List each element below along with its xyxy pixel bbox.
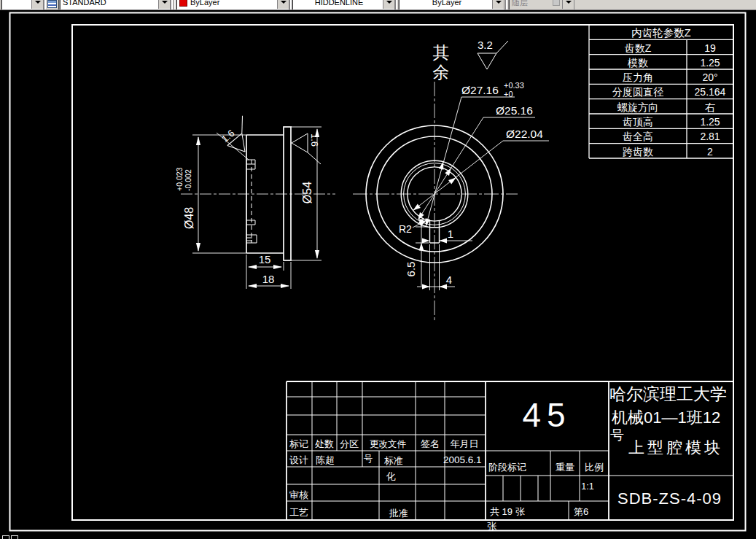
tb-row-process: 工艺 bbox=[289, 507, 308, 518]
gear-parameter-table: 内齿轮参数Z 齿数Z 19 模数 1.25 压力角 20° 分度圆直径 25.1… bbox=[589, 25, 733, 158]
roughness-flange-value: 1.6 bbox=[309, 133, 320, 147]
tb-col-change-file: 更改文件 bbox=[370, 439, 407, 449]
param-row-label: 分度圆直径 bbox=[612, 86, 663, 98]
toolbar-separator bbox=[505, 0, 507, 9]
dim-shaft-tol-upper: +0.023 bbox=[175, 167, 184, 191]
tb-material: 45 bbox=[522, 396, 571, 434]
tb-weight-label: 重量 bbox=[556, 462, 574, 473]
tb-sheets-total: 共 19 张 bbox=[490, 506, 526, 517]
tb-std-line1: 标准 bbox=[384, 455, 403, 466]
param-row-label: 齿数Z bbox=[625, 42, 652, 54]
dimstyle-combo[interactable] bbox=[1, 0, 44, 10]
param-row-label: 齿顶高 bbox=[623, 116, 653, 128]
dim-key-width-text: 4 bbox=[446, 274, 452, 286]
dim-bore-tol-upper: +0.33 bbox=[504, 81, 524, 90]
tb-designer: 陈超 bbox=[316, 454, 335, 465]
dim-key-offset-text: 1 bbox=[448, 228, 453, 240]
tb-col-count: 处数 bbox=[315, 438, 334, 449]
dropdown-arrow-icon[interactable] bbox=[562, 0, 574, 9]
dim-key-depth-text: 6.5 bbox=[405, 262, 417, 277]
drawing-canvas[interactable]: 内齿轮参数Z 齿数Z 19 模数 1.25 压力角 20° 分度圆直径 25.1… bbox=[0, 0, 756, 539]
dim-pitch-text: Ø25.16 bbox=[496, 104, 533, 117]
param-row-label: 压力角 bbox=[623, 71, 653, 83]
dropdown-arrow-icon[interactable] bbox=[383, 0, 394, 9]
textstyle-combo[interactable]: STANDARD bbox=[59, 0, 171, 10]
tb-part-name: 上型腔模块 bbox=[628, 438, 723, 457]
layers-icon bbox=[47, 0, 57, 8]
lineweight-combo-value: ByLayer bbox=[399, 0, 492, 7]
dim-width-inner-text: 15 bbox=[259, 253, 271, 265]
toolbar-separator bbox=[395, 0, 397, 9]
layers-button[interactable] bbox=[45, 0, 59, 10]
dropdown-arrow-icon[interactable] bbox=[31, 0, 43, 9]
dim-bore-tol-lower: +0 bbox=[504, 90, 513, 98]
tb-school-line2: 机械01—1班12 bbox=[612, 408, 720, 427]
linetype-combo-value: HIDDENLINE bbox=[292, 0, 383, 7]
toolbar-separator bbox=[171, 0, 173, 9]
tb-school-line1: 哈尔滨理工大学 bbox=[609, 384, 727, 403]
dropdown-arrow-icon[interactable] bbox=[158, 0, 170, 9]
dropdown-arrow-icon[interactable] bbox=[492, 0, 504, 9]
tb-school-line3: 号 bbox=[610, 427, 624, 443]
dim-flange-text: Ø54 bbox=[301, 182, 313, 203]
dim-width-outer-text: 18 bbox=[262, 273, 275, 285]
dim-root-text: Ø22.04 bbox=[506, 128, 543, 140]
tb-sheet-no: 第6 bbox=[574, 506, 588, 517]
dim-key-radius-text: R2 bbox=[399, 223, 412, 235]
plotstyle-combo[interactable]: 随层 bbox=[508, 0, 574, 10]
tb-col-change-file-wrap: 号 bbox=[364, 454, 373, 464]
tb-row-check: 审核 bbox=[289, 489, 308, 500]
properties-toolbar: STANDARD ByLayer HIDDENLINE ByLayer 随层 bbox=[0, 0, 756, 10]
dimensions: Ø27.16 +0.33 +0 Ø25.16 Ø22.04 15 18 1 4 … bbox=[175, 39, 549, 290]
roughness-web-value: 1.6 bbox=[219, 128, 236, 144]
tb-drawing-no: SDB-ZS-4-09 bbox=[617, 489, 722, 508]
param-row-value: 25.164 bbox=[695, 86, 726, 98]
cad-application-window: STANDARD ByLayer HIDDENLINE ByLayer 随层 bbox=[0, 0, 756, 539]
param-row-value: 1.25 bbox=[700, 116, 720, 128]
plotstyle-combo-value: 随层 bbox=[509, 0, 550, 8]
title-block: 标记 处数 分区 更改文件 号 签名 年月日 设计 陈超 2005.6.1 标准… bbox=[287, 381, 733, 532]
tb-col-sign: 签名 bbox=[421, 438, 440, 449]
dim-shaft-tol-lower: -0.002 bbox=[184, 169, 192, 191]
param-row-value: 2.81 bbox=[700, 131, 720, 142]
dropdown-arrow-icon[interactable] bbox=[277, 0, 289, 9]
roughness-symbol-default: 3.2 bbox=[478, 39, 508, 69]
tb-scale-label: 比例 bbox=[585, 462, 604, 473]
plotstyle-box-icon bbox=[553, 0, 560, 6]
linetype-combo[interactable]: HIDDENLINE bbox=[292, 0, 395, 10]
color-swatch-red bbox=[179, 0, 187, 7]
param-row-value: 2 bbox=[707, 146, 713, 158]
tb-row-approve: 批准 bbox=[389, 508, 408, 519]
param-row-label: 螺旋方向 bbox=[617, 101, 658, 113]
param-row-label: 跨齿数 bbox=[623, 146, 653, 158]
dim-shaft-group: Ø48 +0.023 -0.002 bbox=[175, 167, 195, 229]
roughness-symbol-flange: 1.6 bbox=[292, 133, 321, 164]
tb-col-date: 年月日 bbox=[451, 438, 479, 449]
roughness-default-value: 3.2 bbox=[478, 39, 493, 51]
dim-shaft-text: Ø48 bbox=[183, 207, 195, 229]
tb-sheet-no-wrap: 张 bbox=[487, 521, 497, 532]
param-table-title: 内齿轮参数Z bbox=[631, 27, 691, 39]
textstyle-combo-value: STANDARD bbox=[60, 0, 158, 7]
dim-bore-text: Ø27.16 bbox=[461, 84, 499, 96]
tb-col-mark: 标记 bbox=[289, 438, 308, 449]
surface-note-char: 其 bbox=[433, 43, 450, 62]
param-row-value: 19 bbox=[704, 42, 716, 54]
param-row-value: 1.25 bbox=[700, 57, 720, 69]
lineweight-combo[interactable]: ByLayer bbox=[398, 0, 504, 10]
tb-scale-value: 1:1 bbox=[581, 481, 593, 492]
param-row-value: 20° bbox=[702, 71, 717, 83]
color-combo[interactable]: ByLayer bbox=[176, 0, 289, 10]
param-row-label: 模数 bbox=[627, 57, 648, 69]
tb-col-zone: 分区 bbox=[340, 438, 359, 449]
param-row-label: 齿全高 bbox=[623, 131, 653, 142]
surface-note-char: 余 bbox=[433, 63, 450, 82]
tb-design-date: 2005.6.1 bbox=[443, 454, 482, 465]
color-combo-value: ByLayer bbox=[187, 0, 277, 7]
param-row-value: 右 bbox=[705, 101, 715, 113]
tb-std-line2: 化 bbox=[386, 471, 396, 482]
tb-row-design: 设计 bbox=[289, 454, 308, 465]
roughness-symbol-web: 1.6 bbox=[219, 116, 261, 158]
tb-stage-mark: 阶段标记 bbox=[488, 462, 526, 473]
